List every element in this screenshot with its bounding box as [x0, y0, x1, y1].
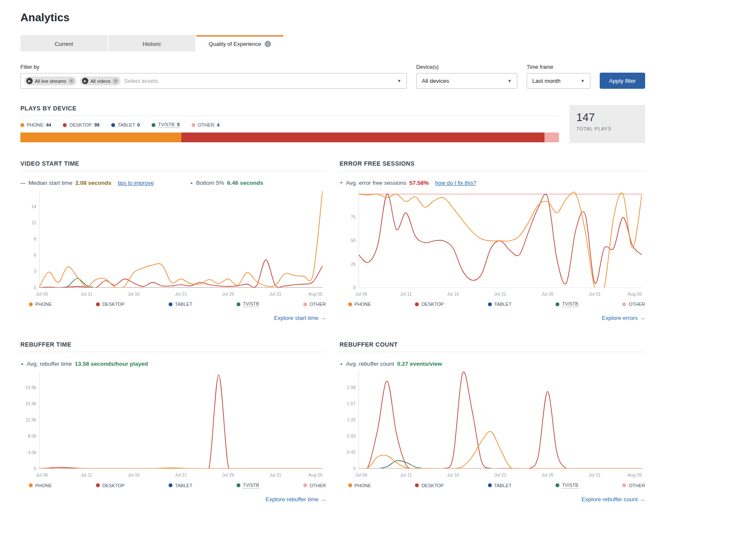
stat-value: 2.08 seconds: [76, 180, 112, 186]
filter-bar: Filter by ▶ All live streams × ▶ All vid…: [20, 64, 645, 89]
plays-by-device-section: PLAYS BY DEVICE PHONE: 44DESKTOP: 99TABL…: [20, 105, 645, 143]
tab-current[interactable]: Current: [20, 35, 107, 51]
svg-text:Jul 16: Jul 16: [128, 291, 140, 296]
legend-label: DESKTOP: [421, 302, 443, 307]
page-title: Analytics: [20, 11, 645, 24]
legend-dot: [622, 483, 626, 487]
legend-dot: [29, 302, 33, 306]
legend-item-desktop: DESKTOP: [96, 301, 124, 307]
rebuffer-time-chart[interactable]: 04.0k8.0k11.9k15.9k19.9kJul 06Jul 11Jul …: [20, 369, 326, 480]
chevron-down-icon: ▼: [581, 79, 585, 83]
stat-label: Avg. error free sessions: [346, 180, 406, 186]
legend-label: TABLET: [494, 483, 512, 488]
legend-label: OTHER: 4: [198, 122, 220, 127]
panel-heading: ERROR FREE SESSIONS: [340, 160, 646, 171]
analytics-page: Analytics Current Historic Quality of Ex…: [0, 0, 666, 533]
legend-dot: [29, 483, 33, 487]
svg-text:0.42: 0.42: [347, 450, 355, 455]
legend-dot: [111, 123, 115, 127]
stat-value: 57.58%: [409, 180, 429, 186]
svg-text:25: 25: [350, 262, 355, 267]
svg-text:Jul 11: Jul 11: [400, 473, 412, 478]
legend-label: OTHER: [310, 483, 326, 488]
remove-chip-icon[interactable]: ×: [113, 78, 118, 84]
plays-by-device-legend: PHONE: 44DESKTOP: 99TABLET: 0TV/STB: 0OT…: [20, 122, 559, 128]
chip-all-videos[interactable]: ▶ All videos ×: [80, 76, 121, 85]
svg-text:Jul 26: Jul 26: [541, 291, 553, 296]
legend-label: DESKTOP: [102, 302, 124, 307]
error-free-sessions-chart[interactable]: 0255075Jul 06Jul 11Jul 16Jul 21Jul 26Jul…: [340, 188, 646, 299]
bar-segment-other: [544, 133, 559, 142]
video-start-time-chart[interactable]: 03681114Jul 06Jul 11Jul 16Jul 21Jul 26Ju…: [20, 188, 326, 299]
legend-item-phone: PHONE: [348, 301, 371, 307]
tab-label: Quality of Experience: [209, 41, 261, 47]
legend-dot: [237, 483, 240, 487]
plays-legend-item-tablet: TABLET: 0: [111, 122, 140, 128]
legend-dot: [303, 302, 307, 306]
svg-text:14: 14: [31, 204, 37, 209]
legend-dot: [488, 302, 492, 306]
legend-item-other: OTHER: [303, 483, 326, 488]
legend-dot: [96, 483, 100, 487]
svg-text:Aug 05: Aug 05: [627, 291, 642, 296]
how-do-i-fix-this-link[interactable]: how do I fix this?: [435, 180, 477, 186]
total-plays-label: TOTAL PLAYS: [576, 126, 638, 131]
arrow-right-icon: →: [320, 315, 326, 321]
legend-dot: [415, 483, 419, 487]
info-icon[interactable]: i: [265, 41, 271, 47]
panel-rebuffer-count: REBUFFER COUNT ▲ Avg. rebuffer count 0.2…: [340, 341, 646, 503]
svg-text:Jul 21: Jul 21: [175, 473, 187, 478]
legend-dot: [348, 302, 352, 306]
tab-bar: Current Historic Quality of Experience i: [20, 35, 645, 51]
explore-start-time-link[interactable]: Explore start time→: [274, 315, 326, 321]
remove-chip-icon[interactable]: ×: [68, 78, 74, 84]
rebuffer-count-chart[interactable]: 00.420.831.251.672.08Jul 06Jul 11Jul 16J…: [340, 369, 646, 480]
explore-rebuffer-count-link[interactable]: Explore rebuffer count→: [581, 496, 645, 503]
legend-item-tablet: TABLET: [488, 301, 512, 307]
stat-value: 6.46 seconds: [227, 180, 263, 186]
svg-text:Jul 26: Jul 26: [222, 473, 234, 478]
explore-errors-link[interactable]: Explore errors→: [602, 315, 645, 321]
svg-text:3: 3: [34, 268, 37, 274]
panel-video-start-time: VIDEO START TIME — Median start time 2.0…: [20, 160, 326, 322]
timeframe-label: Time frame: [527, 64, 590, 70]
svg-text:1.25: 1.25: [347, 418, 355, 423]
legend-label: PHONE: [355, 302, 371, 307]
legend-label: PHONE: [35, 483, 52, 488]
devices-select[interactable]: All devices ▼: [416, 73, 517, 89]
legend-label: TV/STB: [243, 301, 260, 307]
tab-quality-of-experience[interactable]: Quality of Experience i: [196, 35, 283, 51]
explore-rebuffer-time-link[interactable]: Explore rebuffer time→: [265, 496, 326, 503]
panel-rebuffer-time: REBUFFER TIME ▲ Avg. rebuffer time 13.58…: [20, 341, 326, 503]
svg-text:Jul 26: Jul 26: [222, 291, 234, 296]
arrow-down-icon: ▼: [340, 181, 343, 185]
arrow-right-icon: →: [320, 496, 326, 503]
total-plays-value: 147: [576, 111, 638, 124]
svg-text:Jul 06: Jul 06: [355, 473, 367, 478]
legend-label: TV/STB: 0: [158, 122, 180, 128]
arrow-up-icon: ▲: [20, 362, 24, 366]
legend-label: PHONE: [35, 302, 52, 307]
legend-item-other: OTHER: [303, 301, 326, 307]
svg-text:1.67: 1.67: [347, 401, 355, 406]
legend-dot: [556, 302, 559, 306]
arrow-right-icon: →: [640, 315, 646, 321]
svg-text:75: 75: [350, 215, 355, 220]
chip-label: All live streams: [35, 79, 66, 84]
apply-filter-button[interactable]: Apply filter: [600, 73, 645, 89]
svg-text:Jul 11: Jul 11: [81, 473, 93, 478]
legend-item-tablet: TABLET: [169, 483, 192, 488]
legend-item-tvstb: TV/STB: [237, 483, 260, 488]
legend-label: TABLET: [494, 302, 512, 307]
tips-to-improve-link[interactable]: tips to improve: [118, 180, 154, 186]
svg-text:6: 6: [34, 252, 37, 257]
tab-historic[interactable]: Historic: [108, 35, 195, 51]
svg-text:Jul 21: Jul 21: [494, 291, 506, 296]
asset-select[interactable]: ▶ All live streams × ▶ All videos × Sele…: [20, 73, 407, 89]
legend-dot: [20, 123, 24, 127]
chip-all-live-streams[interactable]: ▶ All live streams ×: [24, 76, 76, 85]
legend-label: TABLET: [175, 483, 192, 488]
legend-item-desktop: DESKTOP: [96, 483, 124, 488]
timeframe-select[interactable]: Last month ▼: [527, 73, 590, 89]
legend-item-desktop: DESKTOP: [415, 483, 443, 488]
